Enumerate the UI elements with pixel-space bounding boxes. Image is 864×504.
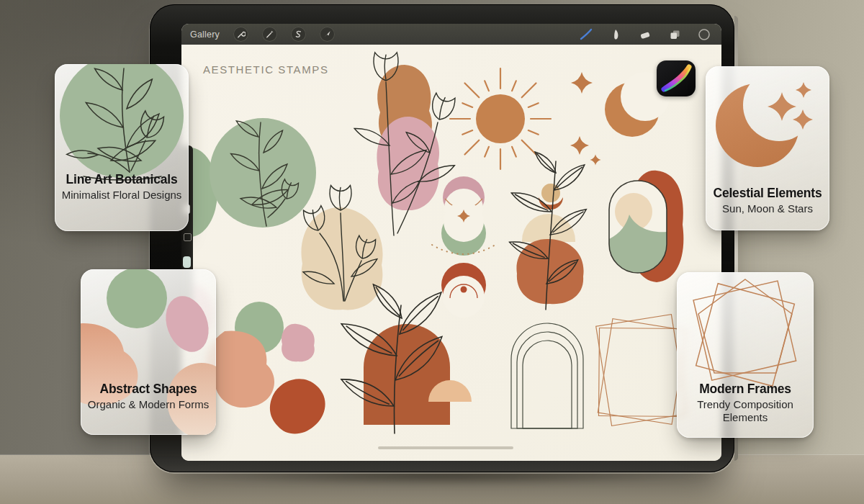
card-subtitle: Sun, Moon & Stars bbox=[710, 202, 825, 215]
procreate-screen: Gallery bbox=[181, 24, 721, 461]
sidebar-color-button[interactable] bbox=[183, 256, 191, 268]
stamp-artwork bbox=[181, 45, 721, 461]
gallery-button[interactable]: Gallery bbox=[190, 30, 220, 40]
procreate-canvas[interactable]: AESTHETIC STAMPS bbox=[181, 45, 721, 461]
adjustments-wand-icon[interactable] bbox=[262, 27, 277, 42]
card-line-art-botanicals: Line Art Botanicals Minimalist Floral De… bbox=[55, 64, 189, 231]
smudge-finger-icon[interactable] bbox=[608, 27, 623, 42]
eraser-icon[interactable] bbox=[638, 27, 652, 42]
home-indicator[interactable] bbox=[378, 446, 513, 449]
paint-brush-icon[interactable] bbox=[579, 27, 593, 42]
card-title: Abstract Shapes bbox=[85, 382, 212, 397]
stamp-triple-arch-frame bbox=[511, 323, 583, 428]
color-swatch-icon[interactable] bbox=[697, 27, 711, 42]
ipad-device: Gallery bbox=[150, 4, 734, 472]
stamp-rotated-rect-frames bbox=[596, 315, 688, 426]
card-subtitle: Organic & Modern Forms bbox=[85, 398, 212, 411]
card-title: Modern Frames bbox=[681, 382, 809, 397]
procreate-logo bbox=[657, 60, 696, 96]
card-title: Line Art Botanicals bbox=[59, 172, 184, 187]
modify-button[interactable] bbox=[184, 233, 192, 241]
stamp-tulips-beige-blob bbox=[301, 186, 382, 310]
card-abstract-shapes: Abstract Shapes Organic & Modern Forms bbox=[81, 269, 216, 435]
card-celestial-elements: Celestial Elements Sun, Moon & Stars bbox=[706, 66, 829, 230]
selection-s-icon[interactable] bbox=[291, 27, 306, 42]
canvas-title: AESTHETIC STAMPS bbox=[203, 63, 329, 76]
transform-arrow-icon[interactable] bbox=[320, 27, 335, 42]
card-subtitle: Trendy Composition Elements bbox=[681, 398, 809, 425]
actions-wrench-icon[interactable] bbox=[233, 27, 248, 42]
stamp-moon-phases bbox=[432, 176, 495, 318]
procreate-toolbar: Gallery bbox=[181, 24, 721, 45]
stamp-branch-arrangement bbox=[508, 148, 590, 310]
stamp-oval-frame bbox=[609, 171, 683, 282]
stamp-abstract-blobs bbox=[207, 302, 325, 434]
card-modern-frames: Modern Frames Trendy Composition Element… bbox=[677, 272, 814, 438]
botanical-illustration bbox=[55, 64, 189, 231]
card-subtitle: Minimalist Floral Designs bbox=[59, 189, 184, 202]
card-title: Celestial Elements bbox=[710, 186, 825, 201]
layers-icon[interactable] bbox=[667, 27, 682, 42]
stamp-botanical-circle bbox=[210, 117, 316, 228]
stamp-line-flowers-blobs bbox=[353, 53, 456, 235]
